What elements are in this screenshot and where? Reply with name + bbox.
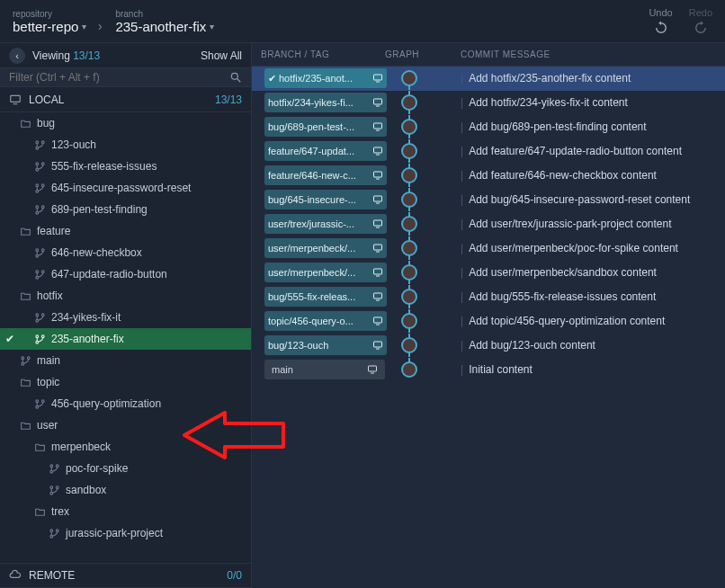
svg-point-8: [36, 168, 39, 171]
show-all-button[interactable]: Show All: [201, 49, 242, 62]
branch-chip[interactable]: hotfix/234-yikes-fi...: [264, 93, 387, 112]
tree-item-folder[interactable]: merpenbeck: [0, 436, 251, 458]
tree-item-branch[interactable]: 645-insecure-password-reset: [0, 177, 251, 199]
commit-message: |Initial content: [461, 363, 725, 376]
commit-list: ✔hotfix/235-anot...|Add hotfix/235-anoth…: [252, 67, 725, 588]
svg-rect-59: [374, 269, 382, 274]
branch-chip-label: feature/646-new-c...: [268, 170, 369, 181]
monitor-icon: [372, 121, 383, 132]
tree-item-branch[interactable]: main: [0, 350, 251, 371]
tree-item-branch[interactable]: 234-yikes-fix-it: [0, 307, 251, 328]
commit-message: |Add topic/456-query-optimization conten…: [461, 315, 725, 327]
branch-chip-label: hotfix/234-yikes-fi...: [268, 97, 369, 108]
tree-item-folder[interactable]: user: [0, 414, 251, 436]
filter-bar: [0, 68, 251, 87]
branch-chip[interactable]: bug/555-fix-releas...: [264, 287, 387, 307]
local-section-header[interactable]: LOCAL 13/13: [0, 87, 251, 112]
folder-icon: [34, 441, 46, 453]
commit-row[interactable]: feature/647-updat...|Add feature/647-upd…: [252, 139, 725, 164]
remote-section-header[interactable]: REMOTE 0/0: [0, 563, 251, 588]
branch-chip[interactable]: bug/645-insecure-...: [264, 190, 387, 209]
svg-point-24: [41, 313, 44, 316]
tree-item-branch[interactable]: 123-ouch: [0, 134, 251, 156]
repo-name: better-repo: [13, 19, 78, 34]
tree-item-label: 555-fix-release-issues: [51, 160, 157, 173]
commit-row[interactable]: bug/645-insecure-...|Add bug/645-insecur…: [252, 188, 725, 212]
tree-item-folder[interactable]: topic: [0, 371, 251, 393]
tree-item-branch[interactable]: sandbox: [0, 479, 251, 501]
undo-button[interactable]: Undo: [649, 7, 672, 36]
commit-row[interactable]: hotfix/234-yikes-fi...|Add hotfix/234-yi…: [252, 91, 725, 115]
redo-icon: [693, 20, 709, 36]
tree-item-branch[interactable]: ✔235-another-fix: [0, 328, 251, 350]
branch-selector[interactable]: branch 235-another-fix▾: [115, 9, 214, 34]
svg-point-42: [56, 529, 58, 531]
commit-row[interactable]: ✔hotfix/235-anot...|Add hotfix/235-anoth…: [252, 67, 725, 91]
tree-item-branch[interactable]: 646-new-checkbox: [0, 242, 251, 263]
monitor-icon: [372, 340, 383, 351]
branch-chip[interactable]: topic/456-query-o...: [264, 311, 387, 331]
tree-item-folder[interactable]: feature: [0, 220, 251, 242]
svg-point-35: [50, 470, 53, 473]
tree-item-branch[interactable]: poc-for-spike: [0, 458, 251, 479]
commit-message: |Add hotfix/235-another-fix content: [461, 72, 725, 85]
branch-chip[interactable]: feature/646-new-c...: [264, 165, 387, 185]
svg-point-0: [231, 73, 237, 79]
search-icon[interactable]: [229, 71, 242, 84]
folder-icon: [20, 118, 31, 129]
commit-table-header: BRANCH / TAG GRAPH COMMIT MESSAGE: [252, 43, 725, 67]
tree-item-label: 235-another-fix: [51, 333, 124, 345]
branch-icon: [34, 247, 46, 259]
tree-item-folder[interactable]: trex: [0, 501, 251, 522]
branch-tree: bug123-ouch555-fix-release-issues645-ins…: [0, 112, 251, 563]
commit-message: |Add hotfix/234-yikes-fix-it content: [461, 96, 725, 109]
tree-item-label: bug: [37, 117, 55, 129]
branch-chip[interactable]: user/merpenbeck/...: [264, 238, 387, 258]
tree-item-label: feature: [37, 225, 70, 237]
commit-message: |Add user/trex/jurassic-park-project con…: [461, 218, 725, 230]
branch-icon: [34, 161, 46, 173]
back-button[interactable]: ‹: [9, 48, 25, 64]
tree-item-label: 689-pen-test-finding: [51, 203, 148, 216]
commit-row[interactable]: bug/123-ouch|Add bug/123-ouch content: [252, 334, 725, 358]
redo-button[interactable]: Redo: [689, 7, 712, 36]
branch-chip[interactable]: bug/123-ouch: [264, 335, 387, 355]
commit-row[interactable]: feature/646-new-c...|Add feature/646-new…: [252, 164, 725, 188]
commit-row[interactable]: user/trex/jurassic-...|Add user/trex/jur…: [252, 212, 725, 236]
commit-row[interactable]: bug/555-fix-releas...|Add bug/555-fix-re…: [252, 285, 725, 309]
commit-row[interactable]: main|Initial content: [252, 358, 725, 382]
branch-chip[interactable]: user/merpenbeck/...: [264, 263, 387, 282]
graph-cell: [385, 261, 461, 284]
branch-chip[interactable]: feature/647-updat...: [264, 141, 387, 161]
branch-icon: [49, 463, 60, 475]
commit-row[interactable]: user/merpenbeck/...|Add user/merpenbeck/…: [252, 236, 725, 261]
svg-rect-63: [374, 317, 382, 323]
commit-message: |Add feature/647-update-radio-button con…: [461, 145, 725, 157]
tree-item-branch[interactable]: 456-query-optimization: [0, 393, 251, 414]
branch-chip[interactable]: user/trex/jurassic-...: [264, 214, 387, 234]
svg-rect-53: [374, 196, 382, 201]
svg-point-18: [41, 248, 44, 251]
commit-row[interactable]: user/merpenbeck/...|Add user/merpenbeck/…: [252, 261, 725, 285]
tree-item-branch[interactable]: 647-update-radio-button: [0, 263, 251, 285]
svg-point-19: [36, 270, 39, 272]
commit-node-icon: [401, 264, 417, 281]
svg-point-9: [41, 162, 44, 165]
branch-chip[interactable]: main: [264, 360, 385, 379]
tree-item-branch[interactable]: jurassic-park-project: [0, 522, 251, 544]
tree-item-folder[interactable]: bug: [0, 112, 251, 134]
svg-point-26: [36, 341, 39, 343]
commit-row[interactable]: topic/456-query-o...|Add topic/456-query…: [252, 309, 725, 334]
svg-point-29: [22, 362, 24, 365]
tree-item-branch[interactable]: 555-fix-release-issues: [0, 156, 251, 177]
commit-row[interactable]: bug/689-pen-test-...|Add bug/689-pen-tes…: [252, 115, 725, 139]
branch-chip[interactable]: bug/689-pen-test-...: [264, 117, 387, 137]
tree-item-branch[interactable]: 689-pen-test-finding: [0, 199, 251, 220]
tree-item-folder[interactable]: hotfix: [0, 285, 251, 307]
tree-item-label: 646-new-checkbox: [51, 246, 142, 259]
svg-point-31: [36, 399, 39, 402]
filter-input[interactable]: [9, 71, 229, 84]
branch-icon: [34, 334, 46, 345]
branch-chip[interactable]: ✔hotfix/235-anot...: [264, 68, 387, 88]
repo-selector[interactable]: repository better-repo▾: [13, 9, 86, 34]
